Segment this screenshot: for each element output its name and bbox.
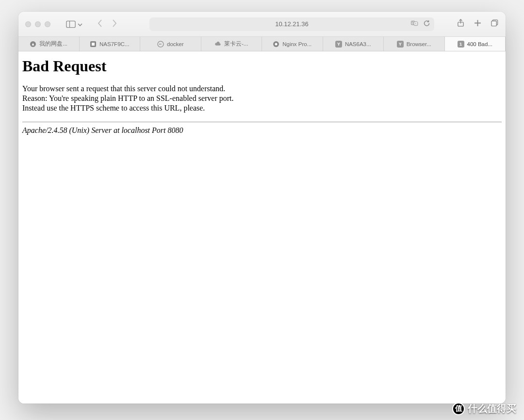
letter-icon: 1 bbox=[458, 41, 464, 48]
tab-bar: 我的网盘... NAS7F9C... docker 莱卡云-... Nginx … bbox=[18, 37, 506, 51]
divider bbox=[22, 122, 502, 122]
compass-icon bbox=[30, 41, 36, 48]
browser-window: 10.12.21.36 文A 我的网盘... NAS7F9C... docker bbox=[18, 12, 506, 404]
back-button[interactable] bbox=[97, 19, 103, 29]
tab-1[interactable]: NAS7F9C... bbox=[80, 37, 141, 51]
address-right-icons: 文A bbox=[411, 20, 430, 28]
docker-icon bbox=[157, 41, 164, 48]
tab-label: 400 Bad... bbox=[467, 41, 492, 47]
maximize-window-button[interactable] bbox=[45, 21, 50, 27]
traffic-lights bbox=[25, 21, 50, 27]
tab-2[interactable]: docker bbox=[140, 37, 201, 51]
svg-text:A: A bbox=[415, 22, 417, 25]
new-tab-icon[interactable] bbox=[474, 19, 482, 29]
server-signature: Apache/2.4.58 (Unix) Server at localhost… bbox=[22, 126, 502, 135]
share-icon[interactable] bbox=[457, 19, 465, 29]
tab-5[interactable]: Y NAS6A3... bbox=[323, 37, 384, 51]
chevron-down-icon bbox=[78, 20, 82, 29]
minimize-window-button[interactable] bbox=[35, 21, 41, 27]
svg-rect-0 bbox=[66, 21, 75, 27]
address-text: 10.12.21.36 bbox=[275, 20, 309, 28]
watermark: 值 什么值得买 bbox=[452, 402, 516, 415]
sidebar-icon bbox=[66, 20, 76, 28]
error-heading: Bad Request bbox=[22, 57, 502, 75]
translate-icon[interactable]: 文A bbox=[411, 20, 418, 28]
svg-rect-17 bbox=[160, 44, 161, 45]
toolbar: 10.12.21.36 文A bbox=[18, 12, 506, 37]
tab-6[interactable]: Y Browser... bbox=[384, 37, 445, 51]
tab-7-active[interactable]: 1 400 Bad... bbox=[445, 37, 506, 51]
nav-arrows bbox=[97, 19, 117, 29]
tab-label: docker bbox=[167, 41, 184, 47]
watermark-text: 什么值得买 bbox=[468, 402, 516, 415]
tab-0[interactable]: 我的网盘... bbox=[18, 37, 80, 51]
error-line-1: Your browser sent a request that this se… bbox=[22, 84, 225, 93]
svg-rect-16 bbox=[159, 44, 160, 45]
toolbar-right bbox=[457, 19, 499, 29]
tab-label: 莱卡云-... bbox=[224, 40, 248, 48]
error-line-2: Reason: You're speaking plain HTTP to an… bbox=[22, 94, 234, 102]
close-window-button[interactable] bbox=[25, 21, 31, 27]
error-line-3: Instead use the HTTPS scheme to access t… bbox=[22, 104, 205, 112]
tabs-overview-icon[interactable] bbox=[491, 19, 499, 29]
svg-rect-11 bbox=[491, 21, 496, 26]
tab-label: Nginx Pro... bbox=[282, 41, 311, 47]
circle-icon bbox=[273, 41, 279, 48]
svg-point-19 bbox=[275, 43, 278, 45]
tab-label: Browser... bbox=[407, 41, 431, 47]
page-content: Bad Request Your browser sent a request … bbox=[18, 51, 506, 404]
tab-3[interactable]: 莱卡云-... bbox=[201, 37, 262, 51]
letter-icon: Y bbox=[335, 41, 342, 48]
forward-button[interactable] bbox=[112, 19, 117, 29]
cloud-icon bbox=[214, 41, 221, 48]
tab-label: NAS6A3... bbox=[345, 41, 371, 47]
reload-icon[interactable] bbox=[423, 20, 430, 28]
address-bar[interactable]: 10.12.21.36 文A bbox=[149, 17, 434, 31]
letter-icon: Y bbox=[397, 41, 404, 48]
tab-4[interactable]: Nginx Pro... bbox=[262, 37, 323, 51]
square-icon bbox=[90, 41, 97, 48]
sidebar-toggle[interactable] bbox=[66, 20, 82, 29]
watermark-badge: 值 bbox=[452, 403, 465, 415]
tab-label: NAS7F9C... bbox=[99, 41, 129, 47]
tab-label: 我的网盘... bbox=[39, 40, 67, 48]
svg-rect-14 bbox=[92, 43, 95, 46]
